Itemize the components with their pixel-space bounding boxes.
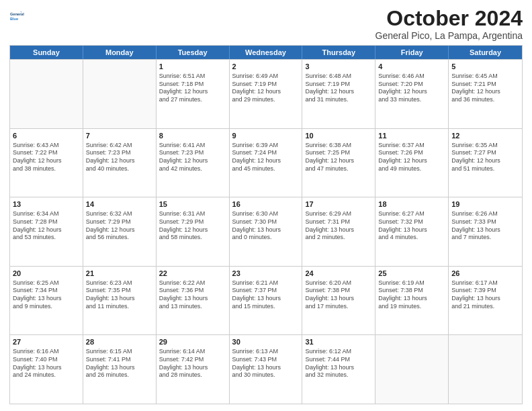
header-day-wednesday: Wednesday xyxy=(230,46,303,59)
logo: General Blue xyxy=(9,7,28,26)
day-cell-6: 6Sunrise: 6:43 AM Sunset: 7:22 PM Daylig… xyxy=(10,129,83,197)
day-number-17: 17 xyxy=(305,199,372,210)
day-info-23: Sunrise: 6:21 AM Sunset: 7:37 PM Dayligh… xyxy=(232,279,300,311)
day-cell-17: 17Sunrise: 6:29 AM Sunset: 7:31 PM Dayli… xyxy=(302,197,375,266)
day-cell-9: 9Sunrise: 6:39 AM Sunset: 7:24 PM Daylig… xyxy=(230,129,303,197)
day-cell-25: 25Sunrise: 6:19 AM Sunset: 7:38 PM Dayli… xyxy=(375,267,449,335)
day-cell-26: 26Sunrise: 6:17 AM Sunset: 7:39 PM Dayli… xyxy=(449,267,522,335)
day-info-18: Sunrise: 6:27 AM Sunset: 7:32 PM Dayligh… xyxy=(378,210,445,242)
day-info-15: Sunrise: 6:31 AM Sunset: 7:29 PM Dayligh… xyxy=(159,210,226,242)
day-info-2: Sunrise: 6:49 AM Sunset: 7:19 PM Dayligh… xyxy=(232,73,300,104)
day-number-2: 2 xyxy=(232,62,300,72)
subtitle: General Pico, La Pampa, Argentina xyxy=(375,30,523,41)
day-number-9: 9 xyxy=(232,131,300,141)
day-info-16: Sunrise: 6:30 AM Sunset: 7:30 PM Dayligh… xyxy=(232,210,300,242)
day-number-30: 30 xyxy=(232,337,300,347)
header: General Blue October 2024 General Pico, … xyxy=(9,7,523,41)
week-row-3: 13Sunrise: 6:34 AM Sunset: 7:28 PM Dayli… xyxy=(10,197,522,266)
day-cell-18: 18Sunrise: 6:27 AM Sunset: 7:32 PM Dayli… xyxy=(375,197,449,266)
day-info-20: Sunrise: 6:25 AM Sunset: 7:34 PM Dayligh… xyxy=(13,279,80,311)
day-number-7: 7 xyxy=(86,131,153,141)
day-number-8: 8 xyxy=(159,131,226,141)
day-info-27: Sunrise: 6:16 AM Sunset: 7:40 PM Dayligh… xyxy=(13,348,80,379)
day-info-10: Sunrise: 6:38 AM Sunset: 7:25 PM Dayligh… xyxy=(305,142,372,173)
day-number-21: 21 xyxy=(86,269,153,279)
empty-cell-4-6 xyxy=(449,335,522,404)
day-info-29: Sunrise: 6:14 AM Sunset: 7:42 PM Dayligh… xyxy=(159,348,226,379)
day-number-22: 22 xyxy=(159,269,226,279)
title-block: October 2024 General Pico, La Pampa, Arg… xyxy=(375,7,523,41)
day-info-3: Sunrise: 6:48 AM Sunset: 7:19 PM Dayligh… xyxy=(305,73,372,104)
day-info-28: Sunrise: 6:15 AM Sunset: 7:41 PM Dayligh… xyxy=(86,348,153,379)
empty-cell-4-5 xyxy=(375,335,449,404)
week-row-4: 20Sunrise: 6:25 AM Sunset: 7:34 PM Dayli… xyxy=(10,266,522,335)
page: General Blue October 2024 General Pico, … xyxy=(0,0,532,411)
day-info-4: Sunrise: 6:46 AM Sunset: 7:20 PM Dayligh… xyxy=(378,73,445,104)
header-day-saturday: Saturday xyxy=(449,46,522,59)
day-info-22: Sunrise: 6:22 AM Sunset: 7:36 PM Dayligh… xyxy=(159,279,226,311)
day-cell-21: 21Sunrise: 6:23 AM Sunset: 7:35 PM Dayli… xyxy=(83,267,157,335)
day-info-19: Sunrise: 6:26 AM Sunset: 7:33 PM Dayligh… xyxy=(451,210,519,242)
day-info-31: Sunrise: 6:12 AM Sunset: 7:44 PM Dayligh… xyxy=(305,348,372,379)
day-cell-27: 27Sunrise: 6:16 AM Sunset: 7:40 PM Dayli… xyxy=(10,335,83,404)
day-cell-20: 20Sunrise: 6:25 AM Sunset: 7:34 PM Dayli… xyxy=(10,267,83,335)
day-cell-23: 23Sunrise: 6:21 AM Sunset: 7:37 PM Dayli… xyxy=(230,267,303,335)
day-cell-22: 22Sunrise: 6:22 AM Sunset: 7:36 PM Dayli… xyxy=(157,267,230,335)
day-cell-7: 7Sunrise: 6:42 AM Sunset: 7:23 PM Daylig… xyxy=(83,129,157,197)
calendar-body: 1Sunrise: 6:51 AM Sunset: 7:18 PM Daylig… xyxy=(10,59,522,404)
day-number-19: 19 xyxy=(451,199,519,210)
header-day-tuesday: Tuesday xyxy=(157,46,230,59)
day-cell-3: 3Sunrise: 6:48 AM Sunset: 7:19 PM Daylig… xyxy=(302,60,375,128)
day-cell-13: 13Sunrise: 6:34 AM Sunset: 7:28 PM Dayli… xyxy=(10,197,83,266)
day-info-5: Sunrise: 6:45 AM Sunset: 7:21 PM Dayligh… xyxy=(451,73,519,104)
day-cell-15: 15Sunrise: 6:31 AM Sunset: 7:29 PM Dayli… xyxy=(157,197,230,266)
day-number-14: 14 xyxy=(86,199,153,210)
svg-text:General: General xyxy=(10,12,24,16)
day-info-6: Sunrise: 6:43 AM Sunset: 7:22 PM Dayligh… xyxy=(13,142,80,173)
day-info-11: Sunrise: 6:37 AM Sunset: 7:26 PM Dayligh… xyxy=(378,142,445,173)
day-number-5: 5 xyxy=(451,62,519,72)
day-info-12: Sunrise: 6:35 AM Sunset: 7:27 PM Dayligh… xyxy=(451,142,519,173)
day-number-18: 18 xyxy=(378,199,445,210)
day-info-1: Sunrise: 6:51 AM Sunset: 7:18 PM Dayligh… xyxy=(159,73,226,104)
day-cell-16: 16Sunrise: 6:30 AM Sunset: 7:30 PM Dayli… xyxy=(230,197,303,266)
day-number-15: 15 xyxy=(159,199,226,210)
day-cell-10: 10Sunrise: 6:38 AM Sunset: 7:25 PM Dayli… xyxy=(302,129,375,197)
day-number-25: 25 xyxy=(378,269,445,279)
day-cell-14: 14Sunrise: 6:32 AM Sunset: 7:29 PM Dayli… xyxy=(83,197,157,266)
day-info-30: Sunrise: 6:13 AM Sunset: 7:43 PM Dayligh… xyxy=(232,348,300,379)
logo-icon: General Blue xyxy=(9,7,28,26)
day-cell-2: 2Sunrise: 6:49 AM Sunset: 7:19 PM Daylig… xyxy=(230,60,303,128)
day-cell-24: 24Sunrise: 6:20 AM Sunset: 7:38 PM Dayli… xyxy=(302,267,375,335)
day-number-11: 11 xyxy=(378,131,445,141)
day-cell-4: 4Sunrise: 6:46 AM Sunset: 7:20 PM Daylig… xyxy=(375,60,449,128)
day-info-25: Sunrise: 6:19 AM Sunset: 7:38 PM Dayligh… xyxy=(378,279,445,311)
day-cell-31: 31Sunrise: 6:12 AM Sunset: 7:44 PM Dayli… xyxy=(302,335,375,404)
day-number-6: 6 xyxy=(13,131,80,141)
day-cell-28: 28Sunrise: 6:15 AM Sunset: 7:41 PM Dayli… xyxy=(83,335,157,404)
day-number-31: 31 xyxy=(305,337,372,347)
day-number-29: 29 xyxy=(159,337,226,347)
day-info-13: Sunrise: 6:34 AM Sunset: 7:28 PM Dayligh… xyxy=(13,210,80,242)
day-number-28: 28 xyxy=(86,337,153,347)
week-row-2: 6Sunrise: 6:43 AM Sunset: 7:22 PM Daylig… xyxy=(10,128,522,197)
day-cell-1: 1Sunrise: 6:51 AM Sunset: 7:18 PM Daylig… xyxy=(157,60,230,128)
day-cell-8: 8Sunrise: 6:41 AM Sunset: 7:23 PM Daylig… xyxy=(157,129,230,197)
day-number-20: 20 xyxy=(13,269,80,279)
day-info-17: Sunrise: 6:29 AM Sunset: 7:31 PM Dayligh… xyxy=(305,210,372,242)
calendar-header: SundayMondayTuesdayWednesdayThursdayFrid… xyxy=(10,46,522,59)
header-day-thursday: Thursday xyxy=(302,46,375,59)
header-day-monday: Monday xyxy=(83,46,157,59)
week-row-5: 27Sunrise: 6:16 AM Sunset: 7:40 PM Dayli… xyxy=(10,334,522,404)
day-number-10: 10 xyxy=(305,131,372,141)
day-number-13: 13 xyxy=(13,199,80,210)
day-info-8: Sunrise: 6:41 AM Sunset: 7:23 PM Dayligh… xyxy=(159,142,226,173)
main-title: October 2024 xyxy=(375,7,523,30)
empty-cell-0-0 xyxy=(10,60,83,128)
day-number-23: 23 xyxy=(232,269,300,279)
week-row-1: 1Sunrise: 6:51 AM Sunset: 7:18 PM Daylig… xyxy=(10,59,522,128)
day-number-4: 4 xyxy=(378,62,445,72)
day-info-24: Sunrise: 6:20 AM Sunset: 7:38 PM Dayligh… xyxy=(305,279,372,311)
day-number-27: 27 xyxy=(13,337,80,347)
empty-cell-0-1 xyxy=(83,60,157,128)
